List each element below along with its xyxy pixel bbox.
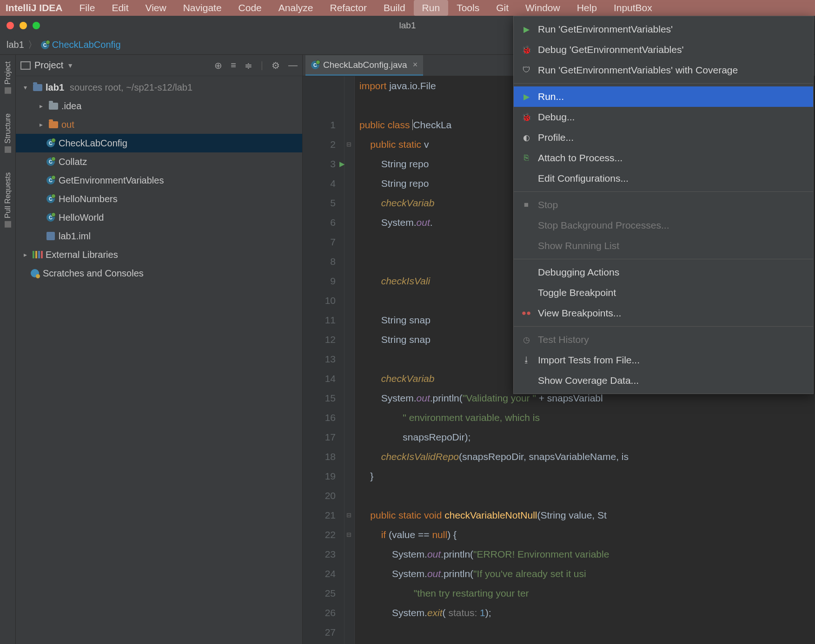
chevron-right-icon[interactable]: ▸: [36, 121, 46, 128]
hide-icon[interactable]: —: [288, 60, 298, 71]
menu-edit[interactable]: Edit: [103, 0, 137, 16]
project-view-icon: [20, 61, 31, 70]
menu-item-view-bp[interactable]: ●●View Breakpoints...: [514, 303, 813, 323]
menu-item-run[interactable]: ▶Run...: [514, 86, 813, 107]
tree-node-idea[interactable]: ▸ .idea: [16, 97, 302, 115]
structure-tab-icon: [5, 146, 11, 153]
run-menu-dropdown: ▶Run 'GetEnvironmentVariables' 🐞Debug 'G…: [513, 16, 814, 394]
traffic-lights: [7, 22, 40, 29]
coverage-icon: 🛡: [521, 65, 531, 75]
menu-run[interactable]: Run: [414, 0, 449, 16]
project-tab-icon: [5, 87, 11, 94]
breakpoint-icon: ●●: [521, 308, 531, 318]
menu-inputbox[interactable]: InputBox: [605, 0, 661, 16]
module-folder-icon: [33, 84, 42, 91]
tree-node-label: HelloNumbers: [59, 194, 118, 204]
project-tree[interactable]: ▾ lab1 sources root, ~/sp21-s12/lab1 ▸ .…: [16, 76, 302, 644]
menu-separator: [514, 326, 813, 327]
tree-node-iml[interactable]: lab1.iml: [16, 227, 302, 245]
menu-item-coverage-data[interactable]: Show Coverage Data...: [514, 370, 813, 391]
minimize-window-button[interactable]: [20, 22, 27, 29]
app-name: IntelliJ IDEA: [6, 2, 63, 13]
tree-node-out[interactable]: ▸ out: [16, 115, 302, 134]
profile-icon: ◐: [521, 132, 531, 143]
menu-item-run-named[interactable]: ▶Run 'GetEnvironmentVariables': [514, 19, 813, 39]
tree-node-helloworld[interactable]: C HelloWorld: [16, 208, 302, 227]
tree-node-checklabconfig[interactable]: C CheckLabConfig: [16, 134, 302, 152]
tree-node-hellonumbers[interactable]: C HelloNumbers: [16, 190, 302, 208]
menu-item-debug-named[interactable]: 🐞Debug 'GetEnvironmentVariables': [514, 39, 813, 60]
breadcrumb-project[interactable]: lab1: [7, 39, 24, 50]
menu-navigate[interactable]: Navigate: [175, 0, 230, 16]
expand-all-icon[interactable]: ≡: [231, 60, 236, 71]
line-number-gutter: 123▶456789101112131415161718192021222324…: [303, 76, 345, 644]
tree-root[interactable]: ▾ lab1 sources root, ~/sp21-s12/lab1: [16, 78, 302, 97]
menu-item-toggle-bp[interactable]: Toggle Breakpoint: [514, 283, 813, 303]
project-pane-title[interactable]: Project: [34, 60, 63, 71]
chevron-right-icon[interactable]: ▸: [36, 102, 46, 110]
editor-tab-label: CheckLabConfig.java: [323, 60, 407, 70]
tree-node-scratches[interactable]: Scratches and Consoles: [16, 264, 302, 283]
gear-icon[interactable]: ⚙: [272, 60, 280, 71]
close-tab-icon[interactable]: ×: [413, 60, 418, 70]
libraries-icon: [33, 251, 43, 258]
menu-item-run-coverage-named[interactable]: 🛡Run 'GetEnvironmentVariables' with Cove…: [514, 60, 813, 80]
menu-item-debug[interactable]: 🐞Debug...: [514, 107, 813, 127]
tree-node-label: lab1.iml: [59, 231, 91, 242]
chevron-down-icon[interactable]: ▾: [20, 84, 30, 91]
menu-view[interactable]: View: [137, 0, 175, 16]
folder-icon: [49, 103, 58, 110]
menu-item-running-list[interactable]: Show Running List: [514, 236, 813, 256]
breadcrumb-class-label: CheckLabConfig: [52, 39, 121, 50]
tree-node-external-libs[interactable]: ▸ External Libraries: [16, 245, 302, 264]
menu-window[interactable]: Window: [517, 0, 569, 16]
bug-icon: 🐞: [521, 45, 531, 55]
menu-build[interactable]: Build: [375, 0, 414, 16]
java-class-icon: C: [46, 213, 55, 222]
java-class-icon: C: [46, 158, 55, 166]
tool-tab-project[interactable]: Project: [3, 59, 13, 97]
collapse-all-icon[interactable]: ≑: [245, 60, 252, 71]
attach-icon: ⎘: [521, 153, 531, 163]
menu-item-profile[interactable]: ◐Profile...: [514, 127, 813, 148]
menu-file[interactable]: File: [71, 0, 104, 16]
menu-analyze[interactable]: Analyze: [270, 0, 322, 16]
menu-item-stop-bg[interactable]: Stop Background Processes...: [514, 215, 813, 236]
fold-open-icon[interactable]: ⊟: [346, 506, 351, 525]
menu-item-stop[interactable]: ■Stop: [514, 195, 813, 215]
tree-node-getenv[interactable]: C GetEnvironmentVariables: [16, 171, 302, 190]
tree-node-label: Collatz: [59, 157, 87, 167]
fold-open-icon[interactable]: ⊟: [346, 525, 351, 545]
menu-help[interactable]: Help: [569, 0, 605, 16]
menu-item-test-history[interactable]: ◷Test History: [514, 329, 813, 350]
chevron-down-icon[interactable]: ▼: [67, 62, 73, 69]
tool-tab-pull-requests[interactable]: Pull Requests: [3, 170, 13, 230]
menu-item-debug-actions[interactable]: Debugging Actions: [514, 262, 813, 283]
macos-menubar: IntelliJ IDEA File Edit View Navigate Co…: [0, 0, 815, 16]
menu-code[interactable]: Code: [230, 0, 270, 16]
tree-node-label: GetEnvironmentVariables: [59, 175, 164, 186]
menu-separator: [514, 259, 813, 259]
menu-refactor[interactable]: Refactor: [322, 0, 375, 16]
chevron-right-icon[interactable]: ▸: [20, 251, 30, 258]
menu-git[interactable]: Git: [488, 0, 517, 16]
close-window-button[interactable]: [7, 22, 14, 29]
scratches-icon: [31, 269, 39, 277]
editor-tab[interactable]: C CheckLabConfig.java ×: [305, 55, 423, 76]
locate-icon[interactable]: ⊕: [214, 60, 222, 71]
tree-node-label: CheckLabConfig: [59, 138, 127, 149]
tool-tab-structure[interactable]: Structure: [3, 111, 13, 156]
tree-node-collatz[interactable]: C Collatz: [16, 152, 302, 171]
tree-root-hint: sources root, ~/sp21-s12/lab1: [70, 82, 192, 93]
fold-open-icon[interactable]: ⊟: [346, 135, 351, 154]
left-tool-tabs: Project Structure Pull Requests: [0, 55, 16, 644]
menu-item-attach[interactable]: ⎘Attach to Process...: [514, 148, 813, 168]
menu-tools[interactable]: Tools: [448, 0, 488, 16]
java-class-icon: C: [46, 176, 55, 184]
breadcrumb-class[interactable]: C CheckLabConfig: [41, 39, 121, 50]
menu-item-import-tests[interactable]: ⭳Import Tests from File...: [514, 350, 813, 370]
menu-separator: [514, 191, 813, 192]
tree-node-label: .idea: [61, 101, 81, 112]
menu-item-edit-configs[interactable]: Edit Configurations...: [514, 168, 813, 189]
zoom-window-button[interactable]: [33, 22, 40, 29]
